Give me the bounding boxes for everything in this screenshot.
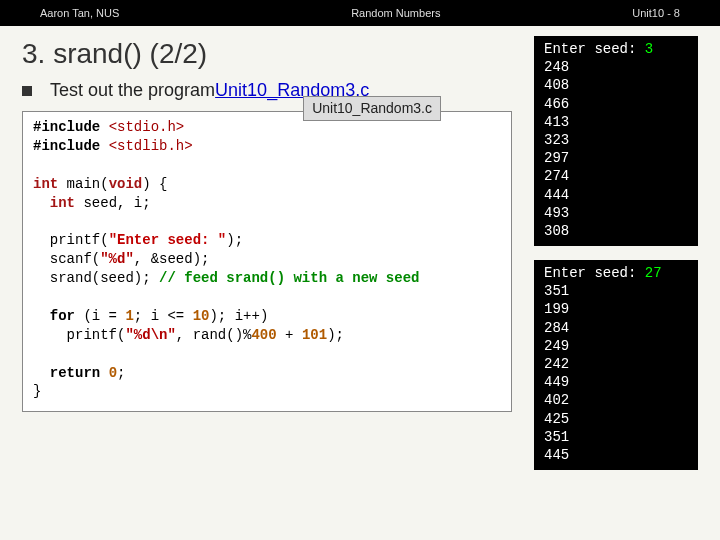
term1-prompt: Enter seed: 3 (544, 40, 688, 58)
term1-line: 466 (544, 95, 688, 113)
bullet-line: Test out the program Unit10_Random3.c (22, 80, 522, 111)
term2-line: 445 (544, 446, 688, 464)
term1-line: 248 (544, 58, 688, 76)
content-row: Test out the program Unit10_Random3.c Un… (0, 80, 720, 470)
slide-number: Unit10 - 8 (632, 7, 680, 19)
output-column: Enter seed: 3 248 408 466 413 323 297 27… (534, 36, 704, 470)
term2-line: 199 (544, 300, 688, 318)
code-line (33, 345, 501, 364)
lecture-topic: Random Numbers (119, 7, 632, 19)
term1-line: 408 (544, 76, 688, 94)
top-bar: Aaron Tan, NUS Random Numbers Unit10 - 8 (0, 0, 720, 26)
code-line: #include <stdlib.h> (33, 137, 501, 156)
code-line: for (i = 1; i <= 10); i++) (33, 307, 501, 326)
code-line: return 0; (33, 364, 501, 383)
term1-seed: 3 (645, 41, 653, 57)
terminal-output-1: Enter seed: 3 248 408 466 413 323 297 27… (534, 36, 698, 246)
code-line (33, 212, 501, 231)
term1-line: 274 (544, 167, 688, 185)
code-line (33, 288, 501, 307)
term1-line: 297 (544, 149, 688, 167)
code-line: int main(void) { (33, 175, 501, 194)
term2-line: 351 (544, 282, 688, 300)
file-name-badge: Unit10_Random3.c (303, 96, 441, 121)
code-line: printf("%d\n", rand()%400 + 101); (33, 326, 501, 345)
term2-prompt: Enter seed: 27 (544, 264, 688, 282)
code-box: Unit10_Random3.c #include <stdio.h> #inc… (22, 111, 512, 412)
main-column: Test out the program Unit10_Random3.c Un… (22, 80, 522, 412)
code-line: scanf("%d", &seed); (33, 250, 501, 269)
bullet-text: Test out the program (50, 80, 215, 101)
term1-line: 323 (544, 131, 688, 149)
term2-seed: 27 (645, 265, 662, 281)
term2-line: 402 (544, 391, 688, 409)
terminal-output-2: Enter seed: 27 351 199 284 249 242 449 4… (534, 260, 698, 470)
term1-line: 308 (544, 222, 688, 240)
term2-line: 284 (544, 319, 688, 337)
code-line: printf("Enter seed: "); (33, 231, 501, 250)
term2-line: 449 (544, 373, 688, 391)
bullet-icon (22, 86, 32, 96)
term1-line: 444 (544, 186, 688, 204)
term1-line: 413 (544, 113, 688, 131)
term2-line: 242 (544, 355, 688, 373)
term2-line: 351 (544, 428, 688, 446)
term2-line: 425 (544, 410, 688, 428)
code-line: int seed, i; (33, 194, 501, 213)
code-line (33, 156, 501, 175)
code-line: srand(seed); // feed srand() with a new … (33, 269, 501, 288)
term2-line: 249 (544, 337, 688, 355)
author-affiliation: Aaron Tan, NUS (40, 7, 119, 19)
code-line: } (33, 382, 501, 401)
term1-line: 493 (544, 204, 688, 222)
